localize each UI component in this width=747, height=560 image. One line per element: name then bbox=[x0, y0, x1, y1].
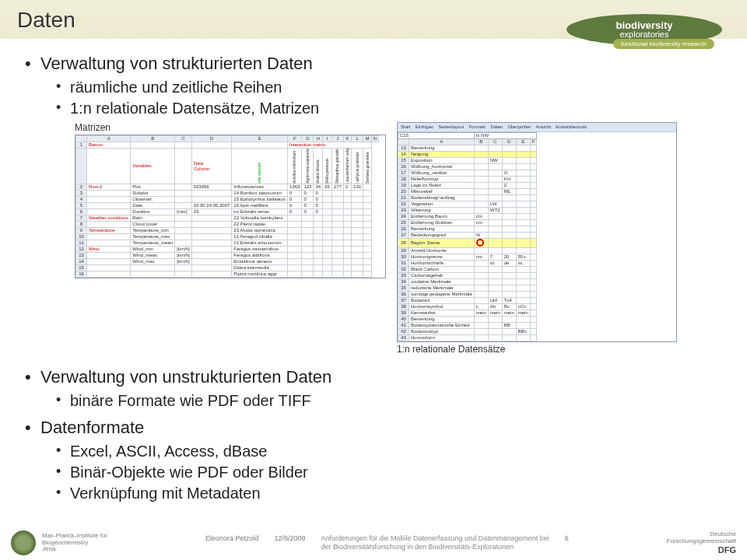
bullet-2-text: Verwaltung von unstrukturierten Daten bbox=[40, 367, 331, 387]
bullet-1a: räumliche und zeitliche Reihen bbox=[40, 79, 725, 96]
footer-desc1: Anforderungen für die Mobile Datenerfass… bbox=[321, 534, 549, 542]
bullet-1: Verwaltung von strukturierten Daten räum… bbox=[22, 54, 725, 356]
mpi-text: Max-Planck-Institute for Biogeochemistry… bbox=[42, 533, 107, 553]
fig1-caption: Matrizen bbox=[75, 122, 386, 133]
logo-subtitle: functional biodiversity research bbox=[613, 39, 714, 49]
footer-author: Eleonora Petzold bbox=[205, 534, 259, 551]
logo-line2: exploratories bbox=[620, 30, 669, 39]
figures-row: Matrizen ABCDEFGHIJKLMN1Basics:Interacti… bbox=[75, 122, 725, 356]
footer-left: Max-Planck-Institute for Biogeochemistry… bbox=[11, 530, 107, 555]
bullet-3c: Verknüpfung mit Metadaten bbox=[40, 485, 725, 502]
bullet-3-text: Datenformate bbox=[40, 418, 144, 437]
footer-page: 6 bbox=[565, 534, 569, 551]
fig2-ribbon: StartEinfügenSeitenlayoutFormelnDatenÜbe… bbox=[398, 123, 676, 132]
bullet-3: Datenformate Excel, ASCII, Access, dBase… bbox=[22, 418, 725, 502]
dfg-l2: Forschungsgemeinschaft bbox=[667, 538, 736, 545]
footer-date: 12/8/2009 bbox=[274, 534, 305, 551]
mpi-l3: Jena bbox=[42, 546, 107, 553]
fig1-sheet: ABCDEFGHIJKLMN1Basics:Interaction matrix… bbox=[75, 135, 386, 278]
bullet-2a: binäre Formate wie PDF oder TIFF bbox=[40, 392, 725, 410]
bullet-1b: 1:n relationale Datensätze, Matrizen bbox=[40, 100, 725, 117]
logo-biodiversity: biodiversity exploratories functional bi… bbox=[566, 5, 738, 53]
footer-mid: Eleonora Petzold 12/8/2009 Anforderungen… bbox=[205, 534, 569, 551]
footer-desc: Anforderungen für die Mobile Datenerfass… bbox=[321, 534, 549, 551]
footer: Max-Planck-Institute for Biogeochemistry… bbox=[0, 530, 747, 555]
fig2-sheet: StartEinfügenSeitenlayoutFormelnDatenÜbe… bbox=[397, 122, 677, 342]
footer-desc2: der Biodiversitätsforschung in den Biodi… bbox=[321, 543, 514, 551]
figure-matrizen: Matrizen ABCDEFGHIJKLMN1Basics:Interacti… bbox=[75, 122, 386, 278]
mpi-logo-icon bbox=[11, 530, 36, 555]
bullet-3b: Binär-Objekte wie PDF oder Bilder bbox=[40, 464, 725, 481]
fig2-caption: 1:n relationale Datensätze bbox=[397, 344, 677, 355]
bullet-3a: Excel, ASCII, Access, dBase bbox=[40, 443, 725, 460]
dfg-text: Deutsche Forschungsgemeinschaft DFG bbox=[667, 531, 736, 555]
figure-datensaetze: StartEinfügenSeitenlayoutFormelnDatenÜbe… bbox=[397, 122, 677, 356]
footer-right: Deutsche Forschungsgemeinschaft DFG bbox=[667, 531, 736, 555]
content-area: Verwaltung von strukturierten Daten räum… bbox=[0, 40, 747, 516]
bullet-1-text: Verwaltung von strukturierten Daten bbox=[40, 54, 313, 73]
bullet-2: Verwaltung von unstrukturierten Daten bi… bbox=[22, 367, 725, 410]
dfg-l3: DFG bbox=[667, 545, 736, 555]
